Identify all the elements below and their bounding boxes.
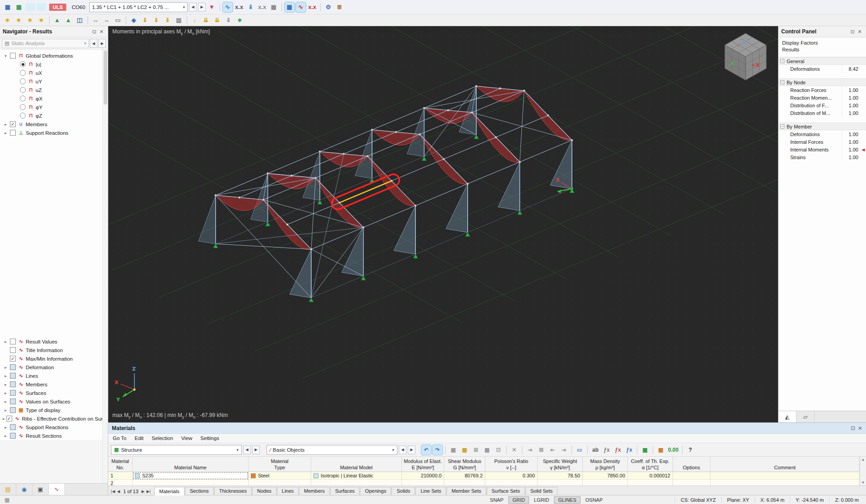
nav-tab-views[interactable]: ▣ [32, 484, 49, 495]
tree-item[interactable]: ⊓ |u| [0, 60, 108, 69]
show-results-icon[interactable]: ∿ [223, 2, 233, 12]
tree-item-toggle[interactable] [10, 356, 16, 362]
previous-analysis-button[interactable]: ◀ [90, 39, 97, 48]
move-right-icon[interactable]: ⇥ [559, 445, 569, 455]
table-tab[interactable]: Materials [154, 487, 184, 495]
table-cell[interactable]: 7850.00 [583, 472, 628, 480]
nav-tab-data[interactable]: ▤ [0, 484, 16, 495]
float-panel-icon[interactable]: ⊡ [91, 29, 98, 35]
toolbar-item[interactable] [126, 16, 126, 24]
toolbar-item[interactable] [522, 446, 522, 454]
analysis-type-select[interactable]: ▤ Static Analysis [2, 39, 89, 48]
factor-value[interactable]: 1.00 [842, 130, 861, 138]
model-viewport[interactable]: XZXY-Z-Y+X Moments in principal axes My … [108, 26, 778, 422]
panel-tab-display-factors[interactable]: ◭ [778, 411, 797, 422]
tree-item-toggle[interactable] [20, 78, 26, 84]
toolbar-item[interactable] [220, 3, 220, 11]
toolbar-item[interactable] [587, 446, 588, 454]
toolbar-item[interactable] [445, 446, 446, 454]
formula-delete-icon[interactable]: ƒx [613, 445, 623, 455]
table-cell[interactable]: 0.000012 [628, 472, 673, 480]
snap-toggle-button[interactable]: LGRID [530, 496, 553, 504]
column-header[interactable]: Material No. [108, 457, 133, 472]
close-panel-icon[interactable]: ✕ [855, 425, 862, 431]
toggle-a-icon[interactable] [25, 3, 35, 11]
expand-arrow-icon[interactable] [3, 374, 9, 378]
tree-item[interactable]: ∿ Lines [0, 371, 108, 380]
table-tab[interactable]: Member Sets [447, 487, 486, 495]
tree-item[interactable]: ▦ Type of display [0, 406, 108, 414]
show-result-values-icon[interactable]: x.x [234, 2, 244, 12]
tree-item[interactable]: ∿ Max/Min Information [0, 354, 108, 363]
column-header[interactable]: Options [673, 457, 710, 472]
delete-rows-icon[interactable]: ✕ [509, 445, 519, 455]
tree-item-toggle[interactable] [10, 433, 16, 439]
status-grip-icon[interactable]: ▦ [2, 497, 12, 503]
close-panel-icon[interactable]: ✕ [98, 29, 105, 35]
column-header[interactable]: Comment [710, 457, 860, 472]
column-header[interactable]: Mass Density ρ [kg/m³] [583, 457, 628, 472]
factor-group-header[interactable]: General [778, 57, 866, 65]
tree-item[interactable]: ∿ Result Sections [0, 431, 108, 440]
snap-toggle-button[interactable]: GLINES [554, 496, 580, 504]
column-header[interactable]: Shear Modulus G [N/mm²] [444, 457, 485, 472]
toolbar-item[interactable] [653, 446, 653, 454]
table-tab[interactable]: Members [299, 487, 330, 495]
snap-toggle-button[interactable]: GRID [508, 496, 529, 504]
insert-section-icon[interactable]: ◫ [75, 15, 85, 25]
previous-category-button[interactable]: ◀ [399, 445, 406, 454]
column-header[interactable]: Material Model [311, 457, 402, 472]
help-icon[interactable]: ? [685, 445, 695, 455]
jump-next-icon[interactable]: ↷ [433, 445, 442, 455]
table-cell[interactable]: 80769.2 [444, 472, 485, 480]
table-category-select[interactable]: ∕ Basic Objects [267, 445, 397, 455]
float-panel-icon[interactable]: ⊡ [849, 29, 856, 35]
factor-value[interactable]: 1.00 [842, 94, 861, 101]
render-results-icon[interactable]: ▩ [269, 2, 279, 12]
menu-item[interactable]: View [181, 435, 193, 441]
nav-tab-results[interactable]: ∿ [49, 484, 65, 495]
delete-row-icon[interactable]: ⊠ [536, 445, 546, 455]
tree-item[interactable]: ⊓ uX [0, 69, 108, 77]
factor-value[interactable]: 1.00 [842, 101, 861, 109]
surface-load-icon[interactable]: ⇓ [152, 15, 161, 25]
toolbar-item[interactable] [88, 16, 88, 24]
tree-item-toggle[interactable] [20, 61, 26, 67]
insert-line-icon[interactable]: ∗ [14, 15, 24, 25]
table-cell[interactable] [673, 472, 710, 480]
factor-value[interactable]: 1.00 [842, 109, 861, 117]
filter-results-icon[interactable]: ▼ [207, 2, 217, 12]
table-cell[interactable]: 1 [108, 472, 133, 480]
table-tab[interactable]: Openings [360, 487, 391, 495]
tree-item[interactable]: ∿ Title Information [0, 346, 108, 354]
table-cell[interactable]: 210000.0 [402, 472, 444, 480]
imperfection-icon[interactable]: ▨ [174, 15, 184, 25]
collapse-icon[interactable] [780, 59, 784, 63]
table-settings-icon[interactable]: ▩ [482, 445, 492, 455]
table-tab[interactable]: Thicknesses [214, 487, 252, 495]
calculation-settings-icon[interactable]: ⚙ [323, 2, 333, 12]
tree-item[interactable]: ⊓ φX [0, 94, 108, 103]
last-table-button[interactable]: ▶| [147, 489, 151, 494]
tree-item-toggle[interactable] [10, 347, 16, 353]
nav-tab-display[interactable]: ◉ [16, 484, 32, 495]
toolbar-item[interactable] [49, 16, 50, 24]
move-left-icon[interactable]: ⇤ [548, 445, 557, 455]
menu-item[interactable]: Selection [152, 435, 173, 441]
toolbar-item[interactable] [320, 3, 321, 11]
expand-arrow-icon[interactable] [3, 417, 5, 421]
formula-view-icon[interactable]: ƒx [624, 445, 634, 455]
table-cell[interactable] [710, 472, 860, 480]
expand-arrow-icon[interactable] [3, 391, 9, 395]
tree-item[interactable]: ∿ Result Values [0, 337, 108, 346]
menu-item[interactable]: Edit [134, 435, 143, 441]
table-add-icon[interactable]: ⊞ [471, 445, 481, 455]
import-table-icon[interactable]: ▦ [656, 445, 666, 455]
insert-mesh-refinement-icon[interactable]: ▲ [64, 15, 74, 25]
column-header[interactable]: Material Type [249, 457, 311, 472]
table-tab[interactable]: Solid Sets [525, 487, 558, 495]
toggle-b-icon[interactable] [37, 3, 46, 11]
tree-item-toggle[interactable] [10, 407, 16, 413]
insert-row-icon[interactable]: ⇥ [525, 445, 535, 455]
tree-item[interactable]: ∪ Members [0, 120, 108, 128]
